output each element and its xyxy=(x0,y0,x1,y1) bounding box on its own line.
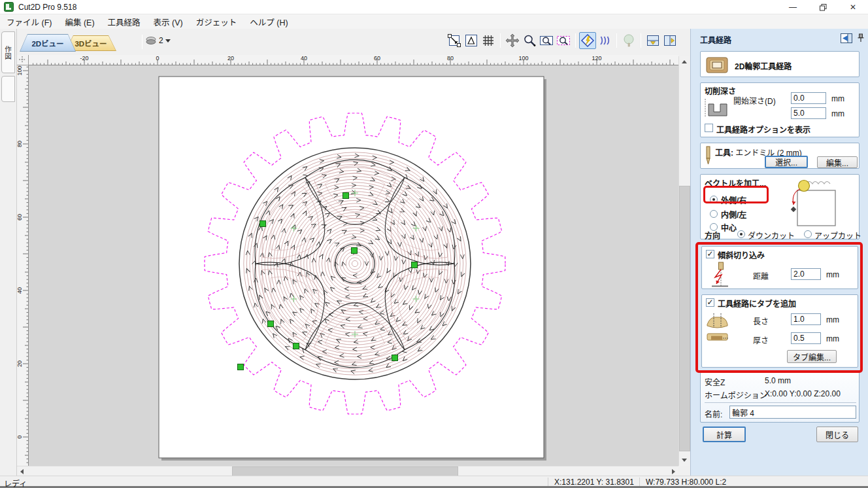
ramp-distance-input[interactable] xyxy=(791,268,821,280)
layers-icon xyxy=(145,35,157,46)
app-icon xyxy=(4,2,14,12)
divider xyxy=(639,478,640,486)
depth-profile-icon xyxy=(703,96,731,121)
add-tabs-checkbox[interactable]: ✓ xyxy=(706,298,714,307)
radio-climb-cut[interactable] xyxy=(737,230,745,238)
empty-flyout-tab[interactable] xyxy=(1,76,15,102)
summary-box: 安全Z 5.0 mm ホームポジション X:0.00 Y:0.00 Z:20.0… xyxy=(700,372,860,423)
menu-file[interactable]: ファイル (F) xyxy=(7,16,52,28)
zoom-button[interactable] xyxy=(521,32,538,49)
tab-thickness-label: 厚さ xyxy=(753,334,769,345)
scroll-up-arrow[interactable] xyxy=(682,60,687,63)
svg-text:60: 60 xyxy=(17,214,23,220)
menu-view[interactable]: 表示 (V) xyxy=(154,16,183,28)
zoom-drawing-button[interactable] xyxy=(463,32,480,49)
pin-panel-icon[interactable] xyxy=(857,33,865,43)
gear-toolpath-drawing xyxy=(29,65,678,466)
cut-depth-box: 切削深さ 開始深さ(D) mm mm 工具経路オプションを表示 xyxy=(700,82,860,137)
ruler-horizontal: -20020406080100120 xyxy=(29,55,678,65)
cut-depth-input[interactable] xyxy=(791,107,826,119)
ramp-distance-unit: mm xyxy=(826,270,839,279)
horizontal-scroll-thumb[interactable] xyxy=(232,466,458,476)
radio-outside-right[interactable] xyxy=(710,196,718,203)
status-ready: レディ xyxy=(4,478,27,488)
ramp-box: ✓ 傾斜切り込み 距離 mm xyxy=(701,246,858,289)
menu-gadgets[interactable]: ガジェット xyxy=(196,16,237,28)
tool-select-button[interactable]: 選択... xyxy=(765,156,808,168)
svg-text:40: 40 xyxy=(301,55,307,61)
zoom-box-button[interactable] xyxy=(538,32,555,49)
menu-help[interactable]: ヘルプ (H) xyxy=(250,16,288,28)
scroll-right-arrow[interactable] xyxy=(672,469,675,474)
vertical-scroll-thumb[interactable] xyxy=(679,186,690,451)
toolbar-separator xyxy=(142,35,142,49)
layout-vertical-button[interactable] xyxy=(661,32,678,49)
status-selection-dimensions: W:79.733 H:80.000 L:2 xyxy=(646,478,726,487)
status-cursor-position: X:131.2201 Y: 31.8301 xyxy=(554,478,634,487)
dock-panel-icon[interactable] xyxy=(840,33,853,44)
solid-preview-button[interactable] xyxy=(620,32,637,49)
tab-length-input[interactable] xyxy=(791,313,821,325)
tab-2d-view[interactable]: 2Dビュー xyxy=(20,34,76,52)
view-toolbar xyxy=(446,32,678,49)
2d-profile-icon xyxy=(706,54,729,75)
svg-text:40: 40 xyxy=(17,287,23,294)
tab-length-unit: mm xyxy=(826,315,839,324)
tab-thickness-unit: mm xyxy=(826,334,839,343)
start-depth-unit: mm xyxy=(831,94,844,103)
calculate-button[interactable]: 計算 xyxy=(703,427,746,442)
menu-edit[interactable]: 編集 (E) xyxy=(65,16,94,28)
svg-text:100: 100 xyxy=(518,55,528,61)
horizontal-scrollbar[interactable] xyxy=(17,466,678,476)
toolpath-name-input[interactable] xyxy=(729,406,856,419)
pan-button[interactable] xyxy=(504,32,521,49)
radio-conventional-cut[interactable] xyxy=(804,230,812,238)
minimize-button[interactable]: — xyxy=(778,0,808,14)
zoom-extents-button[interactable] xyxy=(446,32,463,49)
home-position-label: ホームポジション xyxy=(705,389,767,400)
drawing-flyout-tab[interactable]: 作図 xyxy=(1,31,15,73)
radio-inside-left[interactable] xyxy=(710,210,718,218)
status-bar: レディ X:131.2201 Y: 31.8301 W:79.733 H:80.… xyxy=(0,476,868,488)
ramp-checkbox[interactable]: ✓ xyxy=(706,250,714,258)
snap-grid-button[interactable] xyxy=(480,32,497,49)
drawing-canvas[interactable] xyxy=(29,65,678,466)
svg-text:0: 0 xyxy=(17,435,23,438)
zoom-selected-button[interactable] xyxy=(555,32,572,49)
scroll-down-arrow[interactable] xyxy=(682,459,687,462)
add-tabs-label: 工具経路にタブを追加 xyxy=(718,298,796,309)
tab-thickness-input[interactable] xyxy=(791,332,821,344)
restore-button[interactable] xyxy=(808,0,838,14)
tab-length-label: 長さ xyxy=(753,315,769,326)
toolbar-separator xyxy=(575,33,576,48)
scroll-left-arrow[interactable] xyxy=(20,469,24,474)
start-depth-label: 開始深さ(D) xyxy=(733,95,776,106)
tab-length-icon xyxy=(706,312,729,329)
show-toolpath-options-checkbox[interactable] xyxy=(705,124,713,132)
menu-bar: ファイル (F) 編集 (E) 工具経路 表示 (V) ガジェット ヘルプ (H… xyxy=(0,14,868,29)
close-button[interactable]: ✕ xyxy=(838,0,868,14)
home-position-value: X:0.00 Y:0.00 Z:20.00 xyxy=(765,389,841,398)
toolbar-separator xyxy=(616,33,617,48)
radio-inside-left-label[interactable]: 内側/左 xyxy=(721,209,746,220)
toolpath-drawing-button[interactable] xyxy=(596,32,613,49)
svg-text:60: 60 xyxy=(374,55,380,61)
radio-outside-right-label[interactable]: 外側/右 xyxy=(721,194,746,205)
tab-thickness-icon xyxy=(706,331,729,343)
close-panel-button[interactable]: 閉じる xyxy=(816,427,858,442)
tool-edit-button[interactable]: 編集... xyxy=(817,156,858,168)
radio-conventional-cut-label[interactable]: アップカット xyxy=(814,230,861,241)
svg-text:0: 0 xyxy=(156,55,159,61)
preview-toolpaths-button[interactable] xyxy=(579,32,596,49)
start-depth-input[interactable] xyxy=(791,92,826,104)
chevron-down-icon xyxy=(165,39,171,43)
layer-count: 2 xyxy=(159,36,163,45)
layout-horizontal-button[interactable] xyxy=(644,32,661,49)
layer-selector[interactable]: 2 xyxy=(145,35,171,46)
radio-on-center-label[interactable]: 中心 xyxy=(721,222,737,233)
menu-toolpath[interactable]: 工具経路 xyxy=(108,16,141,28)
edit-tabs-button[interactable]: タブ編集... xyxy=(787,350,837,363)
svg-text:80: 80 xyxy=(17,141,23,147)
vertical-scrollbar[interactable] xyxy=(678,56,690,466)
radio-climb-cut-label[interactable]: ダウンカット xyxy=(748,230,795,241)
